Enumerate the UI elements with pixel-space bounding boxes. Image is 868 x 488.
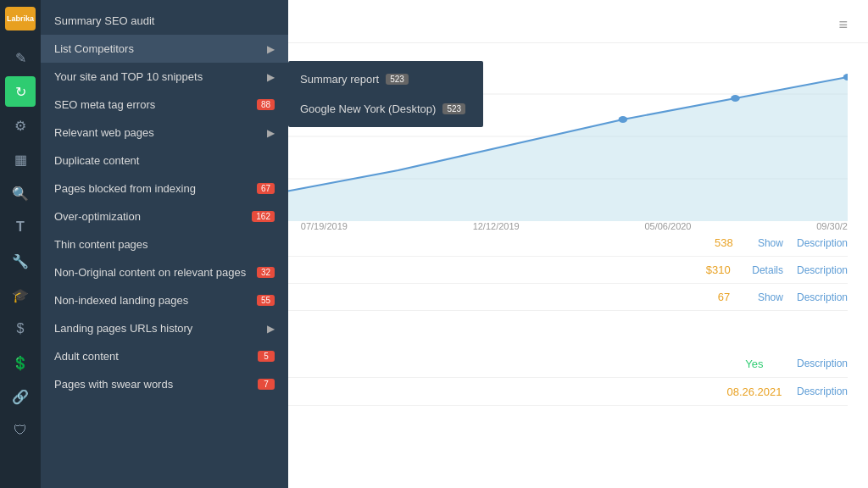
nav-item-nonindexed[interactable]: Non-indexed landing pages 55: [41, 286, 288, 314]
svg-point-4: [731, 95, 740, 102]
nav-arrow-competitors: ▶: [267, 43, 275, 55]
shield-icon[interactable]: 🛡: [5, 415, 36, 446]
nav-item-swear-label: Pages with swear words: [54, 378, 173, 391]
nav-item-top10-label: Your site and TOP 10 snippets: [54, 70, 203, 83]
nav-item-nonindexed-label: Non-indexed landing pages: [54, 294, 188, 307]
nav-item-adult-label: Adult content: [54, 350, 119, 363]
data-row-3-actions: Show Description: [758, 291, 848, 303]
valid-description[interactable]: Description: [797, 385, 848, 397]
edit-icon[interactable]: ✎: [5, 42, 36, 73]
data-row-3-show[interactable]: Show: [758, 291, 783, 303]
text-icon[interactable]: T: [5, 212, 36, 242]
data-row-2-details[interactable]: Details: [752, 264, 783, 276]
nav-item-seo-meta[interactable]: SEO meta tag errors 88: [41, 91, 288, 119]
nav-item-thin[interactable]: Thin content pages: [41, 230, 288, 258]
data-row-3-value: 67: [690, 291, 758, 303]
nav-item-competitors-label: List Competitors: [54, 42, 134, 55]
dollar-icon[interactable]: $: [5, 313, 36, 344]
nav-item-nonoriginal-label: Non-Original content on relevant pages: [54, 266, 246, 279]
nav-item-relevant[interactable]: Relevant web pages ▶: [41, 119, 288, 147]
data-row-2-actions: Details Description: [752, 264, 848, 276]
nav-item-swear[interactable]: Pages with swear words 7: [41, 370, 288, 398]
nav-item-adult[interactable]: Adult content 5: [41, 342, 288, 370]
ssl-value: Yes: [712, 358, 797, 370]
nav-item-top10[interactable]: Your site and TOP 10 snippets ▶: [41, 63, 288, 91]
nav-item-duplicate[interactable]: Duplicate content: [41, 147, 288, 175]
nav-arrow-landing-history: ▶: [267, 323, 275, 335]
data-row-1-desc[interactable]: Description: [797, 237, 848, 249]
data-row-2-desc[interactable]: Description: [797, 264, 848, 276]
data-row-2-value: $310: [684, 263, 752, 276]
nav-badge-overopt: 162: [252, 211, 275, 222]
app-logo[interactable]: Labrika: [5, 7, 36, 30]
submenu-item-google-ny-label: Google New York (Desktop): [300, 103, 436, 115]
search-icon[interactable]: 🔍: [5, 178, 36, 208]
menu-icon[interactable]: ≡: [838, 16, 848, 34]
nav-item-landing-history[interactable]: Landing pages URLs history ▶: [41, 314, 288, 342]
refresh-icon[interactable]: ↻: [5, 76, 36, 107]
submenu-competitors: Summary report 523 Google New York (Desk…: [288, 61, 483, 127]
nav-badge-nonindexed: 55: [257, 295, 275, 306]
nav-badge-adult: 5: [258, 351, 275, 362]
link-icon[interactable]: 🔗: [5, 381, 36, 412]
submenu-item-google-ny[interactable]: Google New York (Desktop) 523: [288, 94, 483, 124]
nav-item-landing-history-label: Landing pages URLs history: [54, 322, 192, 335]
data-row-3-desc[interactable]: Description: [797, 291, 848, 303]
nav-badge-nonoriginal: 32: [257, 267, 275, 278]
nav-item-summary-seo[interactable]: Summary SEO audit: [41, 7, 288, 35]
nav-badge-blocked: 67: [257, 183, 275, 194]
money-icon[interactable]: 💲: [5, 347, 36, 378]
nav-item-seo-meta-label: SEO meta tag errors: [54, 98, 155, 111]
nav-item-summary-seo-label: Summary SEO audit: [54, 14, 155, 27]
graduation-icon[interactable]: 🎓: [5, 280, 36, 310]
wrench-icon[interactable]: 🔧: [5, 246, 36, 276]
chart-date-5: 09/30/2: [816, 221, 848, 231]
submenu-badge-google-ny: 523: [442, 103, 465, 114]
svg-point-3: [619, 116, 628, 123]
nav-item-duplicate-label: Duplicate content: [54, 154, 139, 167]
submenu-badge-summary: 523: [386, 74, 409, 85]
nav-item-blocked-label: Pages blocked from indexing: [54, 182, 196, 195]
chart-date-4: 05/06/2020: [644, 221, 691, 231]
nav-item-thin-label: Thin content pages: [54, 238, 148, 251]
data-row-1-show[interactable]: Show: [758, 237, 783, 249]
nav-item-overopt-label: Over-optimization: [54, 210, 141, 223]
nav-item-overopt[interactable]: Over-optimization 162: [41, 202, 288, 230]
nav-item-blocked[interactable]: Pages blocked from indexing 67: [41, 175, 288, 202]
valid-value: 08.26.2021: [712, 385, 797, 398]
nav-badge-seo-meta: 88: [257, 99, 275, 110]
data-row-1-actions: Show Description: [758, 237, 848, 249]
nav-arrow-top10: ▶: [267, 71, 275, 83]
nav-item-competitors[interactable]: List Competitors ▶: [41, 35, 288, 63]
submenu-item-summary-report[interactable]: Summary report 523: [288, 64, 483, 94]
nav-item-relevant-label: Relevant web pages: [54, 126, 154, 139]
left-nav-panel: Summary SEO audit List Competitors ▶ You…: [41, 0, 288, 488]
nav-item-nonoriginal[interactable]: Non-Original content on relevant pages 3…: [41, 258, 288, 286]
gear-icon[interactable]: ⚙: [5, 110, 36, 141]
sidebar: Labrika ✎ ↻ ⚙ ▦ 🔍 T 🔧 🎓 $ 💲 🔗 🛡: [0, 0, 41, 488]
nav-badge-swear: 7: [258, 379, 275, 390]
bar-chart-icon[interactable]: ▦: [5, 144, 36, 175]
chart-date-2: 07/19/2019: [301, 221, 348, 231]
ssl-description[interactable]: Description: [797, 358, 848, 369]
nav-arrow-relevant: ▶: [267, 127, 275, 139]
data-row-1-value: 538: [690, 236, 758, 249]
submenu-item-summary-report-label: Summary report: [300, 73, 379, 86]
main-content: Summary report ≡ 02/23/2019: [41, 0, 868, 488]
chart-date-3: 12/12/2019: [473, 221, 520, 231]
